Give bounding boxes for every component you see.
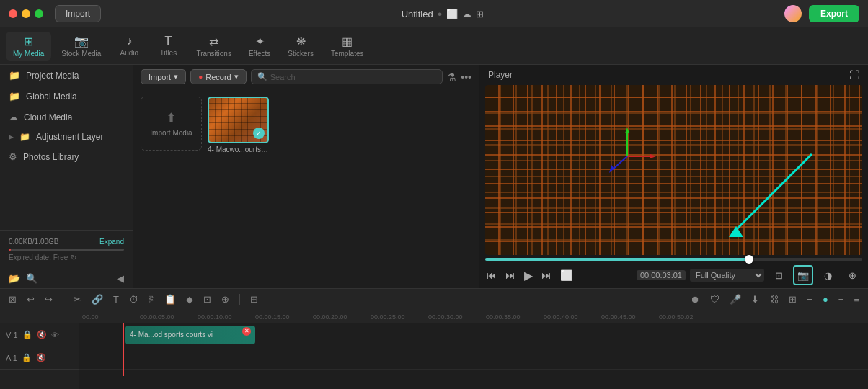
copy-tool[interactable]: ⎘ [146,292,157,306]
axes-overlay [598,128,656,185]
cyan-arrow-overlay [718,133,833,248]
audio-expand-tool[interactable]: ⊞ [247,292,261,306]
ruler-mark-3: 00:00:15:00 [255,313,313,321]
a1-lock-icon[interactable]: 🔒 [22,353,32,362]
time-display: 00:00:03:01 [637,270,686,280]
media-import-button[interactable]: Import ▾ [141,69,186,84]
layout-icon-button[interactable]: ⊡ [769,265,789,285]
video-clip[interactable]: 4- Ma...od sports courts vi ✕ [125,326,255,344]
play-button[interactable]: ▶ [523,267,534,284]
v1-lock-icon[interactable]: 🔒 [22,330,32,339]
media-panel: Import ▾ ● Record ▾ 🔍 Search ⚗ ••• ⬆ Imp… [133,65,479,288]
toolbar-item-transitions[interactable]: ⇄ Transitions [189,32,239,61]
close-button[interactable] [9,9,17,18]
step-back-button[interactable]: ⏭ [504,268,517,282]
titlebar-right: Export [784,5,859,22]
redo-tool[interactable]: ↪ [42,292,56,306]
stop-button[interactable]: ⬜ [559,268,574,282]
refresh-icon[interactable]: ↻ [71,254,76,261]
sidebar-item-cloud-media[interactable]: ☁ Cloud Media [0,107,133,128]
timeline-section: ⊠ ↩ ↪ ✂ 🔗 T ⏱ ⎘ 📋 ◆ ⊡ ⊕ ⊞ ⏺ 🛡 🎤 ⬇ ⛓ ⊞ − … [0,288,868,389]
paste-tool[interactable]: 📋 [161,292,179,306]
snap-tool[interactable]: ⊠ [6,292,19,306]
chain-icon[interactable]: ⛓ [766,292,781,306]
effects-icon: ✦ [255,35,265,48]
playhead[interactable] [123,323,124,376]
plus-tl-icon[interactable]: + [836,292,847,306]
search-box[interactable]: 🔍 Search [251,69,443,84]
clock-tool[interactable]: ⏱ [126,292,141,306]
toolbar-item-titles[interactable]: T Titles [150,32,186,60]
shield-icon[interactable]: 🛡 [707,292,722,306]
add-folder-icon[interactable]: 📂 [9,273,20,284]
a1-label: A 1 [6,354,17,362]
undo-tool[interactable]: ↩ [24,292,37,306]
collapse-icon[interactable]: ◀ [117,273,124,284]
split-tool[interactable]: ⊕ [218,292,232,306]
minimize-button[interactable] [22,9,30,18]
sidebar-item-photos-library[interactable]: ⚙ Photos Library [0,146,133,167]
sidebar-item-adjustment-layer[interactable]: ▶ 📁 Adjustment Layer [0,128,133,146]
link-tool[interactable]: 🔗 [89,292,106,306]
cloud-icon[interactable]: ☁ [462,9,471,19]
record-tl-icon[interactable]: ⏺ [688,292,703,306]
more-options-icon[interactable]: ••• [461,71,471,83]
filter-icon[interactable]: ⚗ [447,71,456,83]
timeline-right-tools: ⏺ 🛡 🎤 ⬇ ⛓ ⊞ − ● + ≡ [688,292,862,306]
keyframe-tool[interactable]: ◆ [183,292,196,306]
zoom-slider-icon[interactable]: ● [820,292,831,306]
toolbar-item-my-media[interactable]: ⊞ My Media [6,32,51,61]
screenshot-button[interactable]: 📷 [793,265,813,285]
progress-bar[interactable] [485,258,862,261]
text-tool[interactable]: T [110,292,122,306]
clip-close-button[interactable]: ✕ [242,327,251,336]
timeline-body: V 1 🔒 🔇 👁 A 1 🔒 🔇 00:00 00:00:05:00 00:0… [0,310,868,389]
a1-mute-icon[interactable]: 🔇 [36,353,46,362]
list-view-icon[interactable]: ≡ [851,292,862,306]
window-icon[interactable]: ⬜ [446,9,458,19]
avatar[interactable] [784,5,802,22]
media-thumbnail[interactable]: ✓ 4- Macwo...ourts video [208,97,269,281]
import-media-button[interactable]: ⬆ Import Media [141,97,202,151]
cut-tool[interactable]: ✂ [71,292,84,306]
step-forward-button[interactable]: ⏭ [540,268,553,282]
record-button[interactable]: ● Record ▾ [190,69,247,84]
quality-select[interactable]: Full QualityHalf QualityQuarter Quality [690,269,764,282]
sidebar-bottom-actions: 📂 🔍 ◀ [0,269,133,288]
v1-eye-icon[interactable]: 👁 [51,331,59,339]
expand-button[interactable]: Expand [99,238,124,246]
toolbar-item-stock-media[interactable]: 📷 Stock Media [54,32,108,61]
rewind-button[interactable]: ⏮ [485,268,498,282]
chevron-right-icon: ▶ [9,133,14,140]
layout-tl-icon[interactable]: ⊞ [786,292,800,306]
track-a1-header: A 1 🔒 🔇 [0,346,79,370]
track-a1-row [79,346,868,370]
maximize-button[interactable] [35,9,43,18]
more-player-icon[interactable]: ⊕ [842,265,862,285]
progress-fill [485,258,749,261]
adjustment-layer-label: Adjustment Layer [36,132,103,142]
storage-bar-background [9,249,124,251]
progress-handle[interactable] [745,255,753,264]
tl-divider-2 [239,294,240,305]
grid-icon[interactable]: ⊞ [476,9,484,19]
color-icon-button[interactable]: ◑ [818,265,838,285]
sidebar-item-project-media[interactable]: 📁 Project Media [0,65,133,86]
minus-tl-icon[interactable]: − [804,292,815,306]
import-button[interactable]: Import [55,5,101,22]
crop-tool[interactable]: ⊡ [200,292,214,306]
mic-icon[interactable]: 🎤 [727,292,744,306]
search-files-icon[interactable]: 🔍 [26,273,37,284]
ruler-mark-8: 00:00:40:00 [544,313,601,321]
fullscreen-icon[interactable]: ⛶ [849,69,859,81]
media-toolbar: Import ▾ ● Record ▾ 🔍 Search ⚗ ••• [133,65,479,89]
record-dot-icon: ● [198,73,203,81]
toolbar-item-effects[interactable]: ✦ Effects [242,32,278,61]
toolbar-item-audio[interactable]: ♪ Audio [111,32,147,60]
export-button[interactable]: Export [809,5,859,22]
toolbar-item-stickers[interactable]: ❋ Stickers [280,32,321,61]
toolbar-item-templates[interactable]: ▦ Templates [324,32,371,61]
import-tl-icon[interactable]: ⬇ [748,292,762,306]
v1-mute-icon[interactable]: 🔇 [37,330,47,339]
sidebar-item-global-media[interactable]: 📁 Global Media [0,86,133,107]
